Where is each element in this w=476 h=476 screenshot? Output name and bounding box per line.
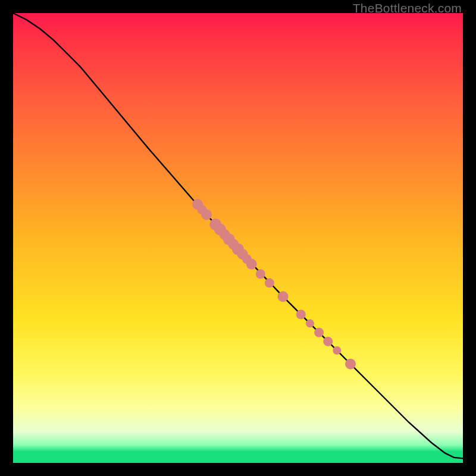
chart-svg: [13, 13, 463, 463]
scatter-point: [201, 209, 212, 220]
scatter-point: [278, 291, 289, 302]
scatter-point: [314, 328, 324, 337]
scatter-point: [246, 259, 257, 270]
curve-line: [13, 13, 463, 458]
scatter-point: [296, 310, 306, 320]
scatter-point: [333, 346, 341, 355]
scatter-point: [345, 359, 356, 369]
scatter-point: [256, 270, 265, 279]
scatter-point: [323, 337, 333, 346]
scatter-markers: [192, 199, 356, 369]
chart-frame: [13, 13, 463, 463]
scatter-point: [265, 278, 274, 288]
scatter-point: [306, 320, 314, 328]
